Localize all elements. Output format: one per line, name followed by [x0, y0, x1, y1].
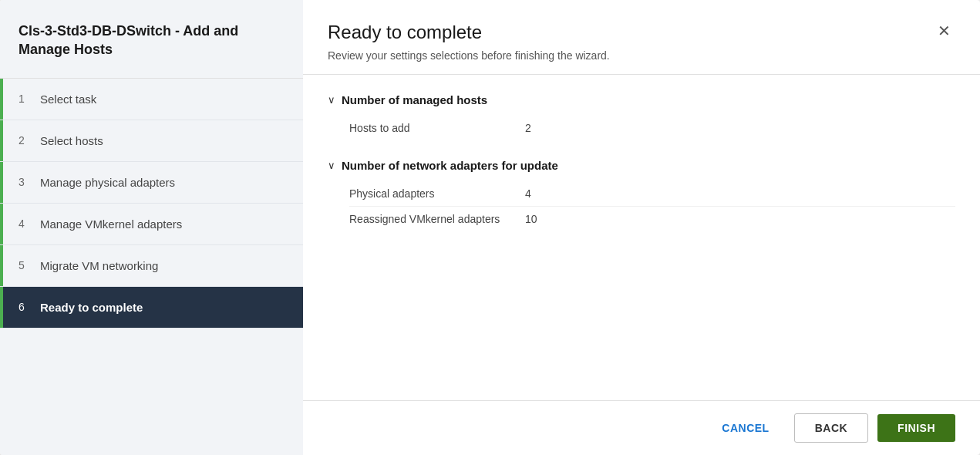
step-number: 3 [19, 176, 31, 188]
step-indicator [0, 120, 3, 161]
close-button[interactable]: ✕ [933, 19, 955, 43]
step-label: Manage physical adapters [40, 176, 175, 189]
chevron-down-icon: ∨ [328, 94, 335, 106]
section-rows: Physical adapters4Reassigned VMkernel ad… [349, 181, 955, 231]
section-title: Number of managed hosts [342, 93, 487, 106]
step-indicator [0, 245, 3, 286]
step-label: Ready to complete [40, 301, 143, 314]
data-row: Reassigned VMkernel adapters10 [349, 207, 955, 231]
sidebar-step-3[interactable]: 3Manage physical adapters [0, 162, 303, 204]
data-row: Hosts to add2 [349, 116, 955, 140]
step-number: 1 [19, 93, 31, 105]
sidebar-step-6[interactable]: 6Ready to complete [0, 287, 303, 329]
content-subtitle: Review your settings selections before f… [328, 49, 610, 62]
content-footer: CANCEL BACK FINISH [303, 400, 980, 455]
dialog: Cls-3-Std3-DB-DSwitch - Add and Manage H… [0, 0, 980, 455]
step-indicator [0, 287, 3, 328]
sidebar-step-1[interactable]: 1Select task [0, 79, 303, 120]
section-rows: Hosts to add2 [349, 116, 955, 140]
step-label: Migrate VM networking [40, 259, 158, 272]
sidebar-step-5[interactable]: 5Migrate VM networking [0, 245, 303, 287]
step-indicator [0, 162, 3, 203]
sidebar-step-2[interactable]: 2Select hosts [0, 120, 303, 162]
data-row: Physical adapters4 [349, 181, 955, 207]
step-number: 2 [19, 134, 31, 147]
step-number: 5 [19, 259, 31, 271]
section-title: Number of network adapters for update [342, 159, 558, 172]
sidebar-steps: 1Select task2Select hosts3Manage physica… [0, 79, 303, 455]
header-text-block: Ready to complete Review your settings s… [328, 22, 610, 62]
close-icon: ✕ [938, 22, 951, 39]
section-header: ∨Number of managed hosts [328, 93, 955, 106]
content-header: Ready to complete Review your settings s… [303, 0, 980, 75]
cancel-button[interactable]: CANCEL [706, 414, 784, 442]
content-body: ∨Number of managed hostsHosts to add2∨Nu… [303, 75, 980, 400]
data-label: Physical adapters [349, 187, 519, 200]
step-label: Select task [40, 93, 96, 106]
section-managed-hosts: ∨Number of managed hostsHosts to add2 [328, 93, 955, 140]
step-indicator [0, 204, 3, 244]
sidebar: Cls-3-Std3-DB-DSwitch - Add and Manage H… [0, 0, 303, 455]
data-value: 2 [525, 122, 531, 134]
step-label: Manage VMkernel adapters [40, 217, 182, 231]
step-number: 4 [19, 217, 31, 230]
sidebar-title: Cls-3-Std3-DB-DSwitch - Add and Manage H… [0, 0, 303, 79]
main-content: Ready to complete Review your settings s… [303, 0, 980, 455]
section-header: ∨Number of network adapters for update [328, 159, 955, 172]
data-label: Reassigned VMkernel adapters [349, 213, 519, 225]
finish-button[interactable]: FINISH [877, 414, 955, 442]
back-button[interactable]: BACK [794, 413, 868, 443]
content-title: Ready to complete [328, 22, 610, 43]
step-label: Select hosts [40, 134, 103, 147]
chevron-down-icon: ∨ [328, 160, 335, 171]
step-indicator [0, 79, 3, 120]
data-value: 10 [525, 213, 537, 225]
data-value: 4 [525, 187, 531, 200]
data-label: Hosts to add [349, 122, 519, 134]
step-number: 6 [19, 301, 31, 313]
section-network-adapters: ∨Number of network adapters for updatePh… [328, 159, 955, 231]
sidebar-step-4[interactable]: 4Manage VMkernel adapters [0, 204, 303, 245]
